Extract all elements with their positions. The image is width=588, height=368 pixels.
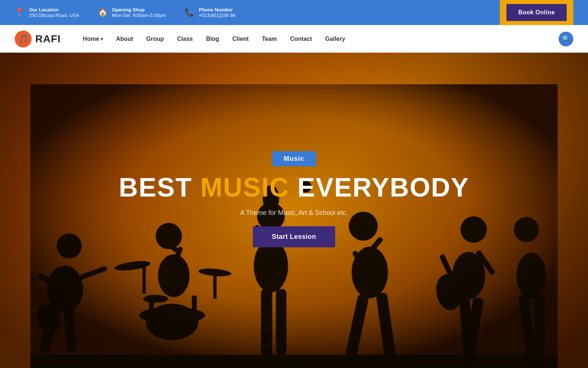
location-value: 250 Dilcusa Road, USA — [29, 13, 79, 18]
nav-item-home[interactable]: Home ▾ — [83, 36, 103, 42]
nav-item-client[interactable]: Client — [232, 36, 248, 42]
nav-item-blog[interactable]: Blog — [206, 36, 219, 42]
svg-point-16 — [143, 295, 168, 303]
nav-link-client[interactable]: Client — [232, 36, 248, 42]
top-bar-info: 📍 Our Location 250 Dilcusa Road, USA 🏠 O… — [15, 7, 500, 18]
nav-link-class[interactable]: Class — [177, 36, 193, 42]
svg-rect-31 — [276, 289, 287, 355]
nav-item-about[interactable]: About — [116, 36, 133, 42]
hero-section: Music BEST MUSIC EVERYBODY A Theme for M… — [0, 53, 588, 368]
location-icon: 📍 — [15, 8, 25, 17]
nav-item-contact[interactable]: Contact — [290, 36, 312, 42]
svg-rect-13 — [142, 264, 146, 294]
book-online-button[interactable]: Book Online — [506, 4, 567, 21]
hero-title: BEST MUSIC EVERYBODY — [119, 173, 469, 202]
svg-point-11 — [146, 304, 198, 340]
location-item: 📍 Our Location 250 Dilcusa Road, USA — [15, 7, 79, 18]
nav-links: Home ▾ About Group Class Blog Client Tea… — [83, 36, 559, 42]
nav-link-home[interactable]: Home ▾ — [83, 36, 103, 42]
nav-item-team[interactable]: Team — [262, 36, 277, 42]
hero-subtitle: A Theme for Music, Art & School etc. — [240, 209, 348, 217]
svg-rect-17 — [149, 298, 151, 318]
start-lesson-button[interactable]: Start Lession — [253, 226, 336, 247]
logo-link[interactable]: 🎵 RAFI — [15, 31, 61, 47]
store-icon: 🏠 — [98, 8, 108, 17]
search-button[interactable]: 🔍 — [559, 32, 573, 46]
svg-point-22 — [254, 239, 288, 292]
book-online-wrapper: Book Online — [500, 0, 573, 25]
hours-text: Opening Shop Mon-Sat: 9:00am-5:00pm — [112, 7, 166, 18]
search-icon: 🔍 — [562, 35, 570, 43]
nav-link-contact[interactable]: Contact — [290, 36, 312, 42]
svg-point-47 — [514, 217, 539, 242]
logo-icon: 🎵 — [15, 31, 32, 47]
nav-link-blog[interactable]: Blog — [206, 36, 219, 42]
nav-item-group[interactable]: Group — [146, 36, 164, 42]
home-chevron-icon: ▾ — [101, 36, 103, 42]
hero-title-part2: EVERYBODY — [289, 173, 469, 202]
nav-item-gallery[interactable]: Gallery — [325, 36, 345, 42]
nav-item-class[interactable]: Class — [177, 36, 193, 42]
nav-link-group[interactable]: Group — [146, 36, 164, 42]
nav-link-team[interactable]: Team — [262, 36, 277, 42]
hours-item: 🏠 Opening Shop Mon-Sat: 9:00am-5:00pm — [98, 7, 166, 18]
hero-title-accent: MUSIC — [200, 173, 289, 202]
svg-rect-15 — [213, 271, 216, 299]
svg-rect-30 — [261, 289, 272, 355]
nav-link-about[interactable]: About — [116, 36, 133, 42]
phone-text: Phone Number +013(451)236 98 — [199, 7, 235, 18]
svg-point-46 — [516, 252, 546, 299]
hero-title-part1: BEST — [119, 173, 200, 202]
phone-value: +013(451)236 98 — [199, 13, 235, 18]
svg-point-2 — [57, 233, 82, 258]
phone-item: 📞 Phone Number +013(451)236 98 — [184, 7, 235, 18]
navbar: 🎵 RAFI Home ▾ About Group Class Blog Cli… — [0, 25, 588, 53]
hours-value: Mon-Sat: 9:00am-5:00pm — [112, 13, 166, 18]
phone-label: Phone Number — [199, 7, 235, 13]
location-text: Our Location 250 Dilcusa Road, USA — [29, 7, 79, 18]
location-label: Our Location — [29, 7, 79, 13]
hero-badge: Music — [272, 151, 316, 166]
hero-content: Music BEST MUSIC EVERYBODY A Theme for M… — [119, 151, 469, 247]
top-bar: 📍 Our Location 250 Dilcusa Road, USA 🏠 O… — [0, 0, 588, 25]
hours-label: Opening Shop — [112, 7, 166, 13]
home-label: Home — [83, 36, 99, 42]
logo-text: RAFI — [35, 33, 61, 45]
phone-icon: 📞 — [184, 8, 194, 17]
svg-rect-50 — [31, 355, 558, 368]
nav-link-gallery[interactable]: Gallery — [325, 36, 345, 42]
